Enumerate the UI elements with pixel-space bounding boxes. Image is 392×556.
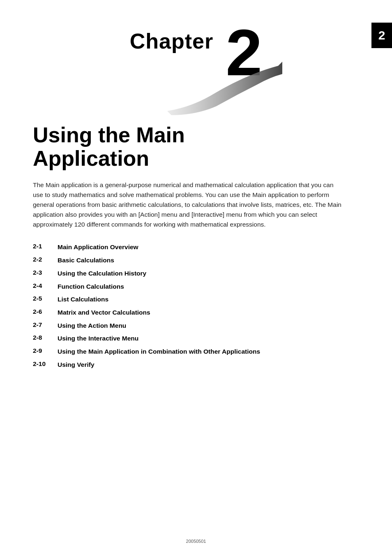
toc-number: 2-1 (33, 243, 58, 250)
toc-list: 2-1 Main Application Overview 2-2 Basic … (33, 243, 359, 369)
toc-label: Basic Calculations (58, 256, 114, 265)
toc-label: Main Application Overview (58, 243, 138, 252)
page-container: Chapter 2 2 Using the Main Application T… (0, 0, 392, 556)
toc-item: 2-9 Using the Main Application in Combin… (33, 347, 359, 356)
chapter-tab: 2 (371, 23, 392, 48)
toc-item: 2-4 Function Calculations (33, 282, 359, 291)
chapter-word: Chapter (130, 29, 213, 53)
main-content: Using the Main Application The Main appl… (0, 115, 392, 398)
page-footer: 20050501 (186, 539, 206, 544)
chapter-tab-number: 2 (378, 28, 385, 42)
toc-number: 2-2 (33, 256, 58, 263)
toc-label: Using the Action Menu (58, 321, 126, 330)
chapter-decoration (159, 62, 282, 115)
toc-number: 2-6 (33, 308, 58, 315)
toc-number: 2-8 (33, 334, 58, 341)
page-title: Using the Main Application (33, 123, 247, 170)
toc-label: List Calculations (58, 295, 108, 304)
toc-label: Using Verify (58, 360, 95, 369)
toc-item: 2-8 Using the Interactive Menu (33, 334, 359, 343)
toc-item: 2-7 Using the Action Menu (33, 321, 359, 330)
toc-item: 2-3 Using the Calculation History (33, 269, 359, 278)
toc-number: 2-9 (33, 347, 58, 354)
toc-number: 2-5 (33, 295, 58, 302)
toc-label: Using the Interactive Menu (58, 334, 138, 343)
toc-item: 2-2 Basic Calculations (33, 256, 359, 265)
toc-item: 2-5 List Calculations (33, 295, 359, 304)
toc-number: 2-3 (33, 269, 58, 276)
toc-label: Function Calculations (58, 282, 124, 291)
toc-number: 2-10 (33, 360, 58, 368)
toc-number: 2-4 (33, 282, 58, 290)
toc-item: 2-10 Using Verify (33, 360, 359, 369)
toc-label: Using the Main Application in Combinatio… (58, 347, 260, 356)
intro-paragraph: The Main application is a general-purpos… (33, 180, 345, 229)
chapter-header: Chapter 2 2 (0, 0, 392, 115)
toc-item: 2-1 Main Application Overview (33, 243, 359, 252)
toc-item: 2-6 Matrix and Vector Calculations (33, 308, 359, 317)
toc-label: Matrix and Vector Calculations (58, 308, 150, 317)
footer-text: 20050501 (186, 539, 206, 544)
toc-number: 2-7 (33, 321, 58, 329)
toc-label: Using the Calculation History (58, 269, 146, 278)
